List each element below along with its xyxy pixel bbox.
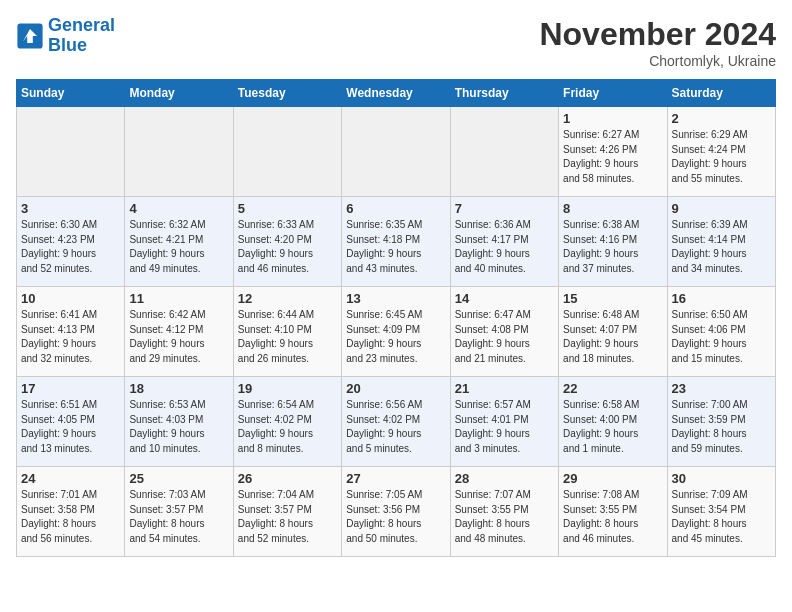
day-info: Sunrise: 6:30 AM Sunset: 4:23 PM Dayligh… — [21, 218, 120, 276]
day-info: Sunrise: 6:44 AM Sunset: 4:10 PM Dayligh… — [238, 308, 337, 366]
calendar-cell: 14Sunrise: 6:47 AM Sunset: 4:08 PM Dayli… — [450, 287, 558, 377]
calendar-cell: 25Sunrise: 7:03 AM Sunset: 3:57 PM Dayli… — [125, 467, 233, 557]
calendar-cell: 10Sunrise: 6:41 AM Sunset: 4:13 PM Dayli… — [17, 287, 125, 377]
month-title: November 2024 — [539, 16, 776, 53]
title-block: November 2024 Chortomlyk, Ukraine — [539, 16, 776, 69]
day-number: 25 — [129, 471, 228, 486]
day-number: 15 — [563, 291, 662, 306]
day-number: 29 — [563, 471, 662, 486]
day-header-friday: Friday — [559, 80, 667, 107]
logo: General Blue — [16, 16, 115, 56]
calendar-cell — [450, 107, 558, 197]
day-number: 24 — [21, 471, 120, 486]
day-info: Sunrise: 7:04 AM Sunset: 3:57 PM Dayligh… — [238, 488, 337, 546]
page-header: General Blue November 2024 Chortomlyk, U… — [16, 16, 776, 69]
day-number: 4 — [129, 201, 228, 216]
calendar-table: SundayMondayTuesdayWednesdayThursdayFrid… — [16, 79, 776, 557]
day-number: 27 — [346, 471, 445, 486]
day-number: 21 — [455, 381, 554, 396]
day-number: 13 — [346, 291, 445, 306]
calendar-cell: 29Sunrise: 7:08 AM Sunset: 3:55 PM Dayli… — [559, 467, 667, 557]
day-info: Sunrise: 7:05 AM Sunset: 3:56 PM Dayligh… — [346, 488, 445, 546]
calendar-week-0: 1Sunrise: 6:27 AM Sunset: 4:26 PM Daylig… — [17, 107, 776, 197]
calendar-cell: 3Sunrise: 6:30 AM Sunset: 4:23 PM Daylig… — [17, 197, 125, 287]
day-info: Sunrise: 6:57 AM Sunset: 4:01 PM Dayligh… — [455, 398, 554, 456]
calendar-cell: 20Sunrise: 6:56 AM Sunset: 4:02 PM Dayli… — [342, 377, 450, 467]
calendar-cell: 19Sunrise: 6:54 AM Sunset: 4:02 PM Dayli… — [233, 377, 341, 467]
calendar-cell: 21Sunrise: 6:57 AM Sunset: 4:01 PM Dayli… — [450, 377, 558, 467]
calendar-cell — [342, 107, 450, 197]
calendar-cell: 5Sunrise: 6:33 AM Sunset: 4:20 PM Daylig… — [233, 197, 341, 287]
calendar-header-row: SundayMondayTuesdayWednesdayThursdayFrid… — [17, 80, 776, 107]
day-info: Sunrise: 7:09 AM Sunset: 3:54 PM Dayligh… — [672, 488, 771, 546]
calendar-cell — [233, 107, 341, 197]
day-info: Sunrise: 6:56 AM Sunset: 4:02 PM Dayligh… — [346, 398, 445, 456]
day-number: 6 — [346, 201, 445, 216]
day-number: 11 — [129, 291, 228, 306]
calendar-cell: 17Sunrise: 6:51 AM Sunset: 4:05 PM Dayli… — [17, 377, 125, 467]
day-header-tuesday: Tuesday — [233, 80, 341, 107]
day-number: 2 — [672, 111, 771, 126]
day-number: 10 — [21, 291, 120, 306]
calendar-week-3: 17Sunrise: 6:51 AM Sunset: 4:05 PM Dayli… — [17, 377, 776, 467]
day-info: Sunrise: 6:33 AM Sunset: 4:20 PM Dayligh… — [238, 218, 337, 276]
day-number: 26 — [238, 471, 337, 486]
day-info: Sunrise: 6:50 AM Sunset: 4:06 PM Dayligh… — [672, 308, 771, 366]
calendar-cell: 12Sunrise: 6:44 AM Sunset: 4:10 PM Dayli… — [233, 287, 341, 377]
day-info: Sunrise: 6:39 AM Sunset: 4:14 PM Dayligh… — [672, 218, 771, 276]
calendar-cell: 1Sunrise: 6:27 AM Sunset: 4:26 PM Daylig… — [559, 107, 667, 197]
day-info: Sunrise: 6:41 AM Sunset: 4:13 PM Dayligh… — [21, 308, 120, 366]
calendar-cell: 6Sunrise: 6:35 AM Sunset: 4:18 PM Daylig… — [342, 197, 450, 287]
day-header-sunday: Sunday — [17, 80, 125, 107]
calendar-cell: 15Sunrise: 6:48 AM Sunset: 4:07 PM Dayli… — [559, 287, 667, 377]
day-header-thursday: Thursday — [450, 80, 558, 107]
day-number: 3 — [21, 201, 120, 216]
calendar-cell — [125, 107, 233, 197]
calendar-cell — [17, 107, 125, 197]
calendar-cell: 22Sunrise: 6:58 AM Sunset: 4:00 PM Dayli… — [559, 377, 667, 467]
day-info: Sunrise: 6:42 AM Sunset: 4:12 PM Dayligh… — [129, 308, 228, 366]
calendar-week-2: 10Sunrise: 6:41 AM Sunset: 4:13 PM Dayli… — [17, 287, 776, 377]
logo-icon — [16, 22, 44, 50]
calendar-body: 1Sunrise: 6:27 AM Sunset: 4:26 PM Daylig… — [17, 107, 776, 557]
day-number: 1 — [563, 111, 662, 126]
calendar-cell: 26Sunrise: 7:04 AM Sunset: 3:57 PM Dayli… — [233, 467, 341, 557]
calendar-cell: 2Sunrise: 6:29 AM Sunset: 4:24 PM Daylig… — [667, 107, 775, 197]
day-number: 12 — [238, 291, 337, 306]
day-number: 18 — [129, 381, 228, 396]
day-number: 23 — [672, 381, 771, 396]
day-info: Sunrise: 6:54 AM Sunset: 4:02 PM Dayligh… — [238, 398, 337, 456]
day-info: Sunrise: 6:29 AM Sunset: 4:24 PM Dayligh… — [672, 128, 771, 186]
day-info: Sunrise: 6:32 AM Sunset: 4:21 PM Dayligh… — [129, 218, 228, 276]
day-info: Sunrise: 6:38 AM Sunset: 4:16 PM Dayligh… — [563, 218, 662, 276]
calendar-cell: 8Sunrise: 6:38 AM Sunset: 4:16 PM Daylig… — [559, 197, 667, 287]
day-info: Sunrise: 6:48 AM Sunset: 4:07 PM Dayligh… — [563, 308, 662, 366]
day-info: Sunrise: 6:27 AM Sunset: 4:26 PM Dayligh… — [563, 128, 662, 186]
day-number: 8 — [563, 201, 662, 216]
calendar-cell: 7Sunrise: 6:36 AM Sunset: 4:17 PM Daylig… — [450, 197, 558, 287]
calendar-cell: 16Sunrise: 6:50 AM Sunset: 4:06 PM Dayli… — [667, 287, 775, 377]
day-info: Sunrise: 6:47 AM Sunset: 4:08 PM Dayligh… — [455, 308, 554, 366]
day-info: Sunrise: 6:36 AM Sunset: 4:17 PM Dayligh… — [455, 218, 554, 276]
day-info: Sunrise: 7:08 AM Sunset: 3:55 PM Dayligh… — [563, 488, 662, 546]
logo-text: General Blue — [48, 16, 115, 56]
day-info: Sunrise: 6:45 AM Sunset: 4:09 PM Dayligh… — [346, 308, 445, 366]
day-info: Sunrise: 6:58 AM Sunset: 4:00 PM Dayligh… — [563, 398, 662, 456]
calendar-week-4: 24Sunrise: 7:01 AM Sunset: 3:58 PM Dayli… — [17, 467, 776, 557]
day-header-saturday: Saturday — [667, 80, 775, 107]
day-number: 19 — [238, 381, 337, 396]
day-info: Sunrise: 6:53 AM Sunset: 4:03 PM Dayligh… — [129, 398, 228, 456]
day-info: Sunrise: 6:51 AM Sunset: 4:05 PM Dayligh… — [21, 398, 120, 456]
calendar-cell: 4Sunrise: 6:32 AM Sunset: 4:21 PM Daylig… — [125, 197, 233, 287]
calendar-cell: 13Sunrise: 6:45 AM Sunset: 4:09 PM Dayli… — [342, 287, 450, 377]
day-number: 9 — [672, 201, 771, 216]
day-info: Sunrise: 7:01 AM Sunset: 3:58 PM Dayligh… — [21, 488, 120, 546]
day-info: Sunrise: 7:03 AM Sunset: 3:57 PM Dayligh… — [129, 488, 228, 546]
day-number: 17 — [21, 381, 120, 396]
day-info: Sunrise: 7:07 AM Sunset: 3:55 PM Dayligh… — [455, 488, 554, 546]
calendar-cell: 30Sunrise: 7:09 AM Sunset: 3:54 PM Dayli… — [667, 467, 775, 557]
day-number: 22 — [563, 381, 662, 396]
location-subtitle: Chortomlyk, Ukraine — [539, 53, 776, 69]
calendar-week-1: 3Sunrise: 6:30 AM Sunset: 4:23 PM Daylig… — [17, 197, 776, 287]
day-number: 14 — [455, 291, 554, 306]
